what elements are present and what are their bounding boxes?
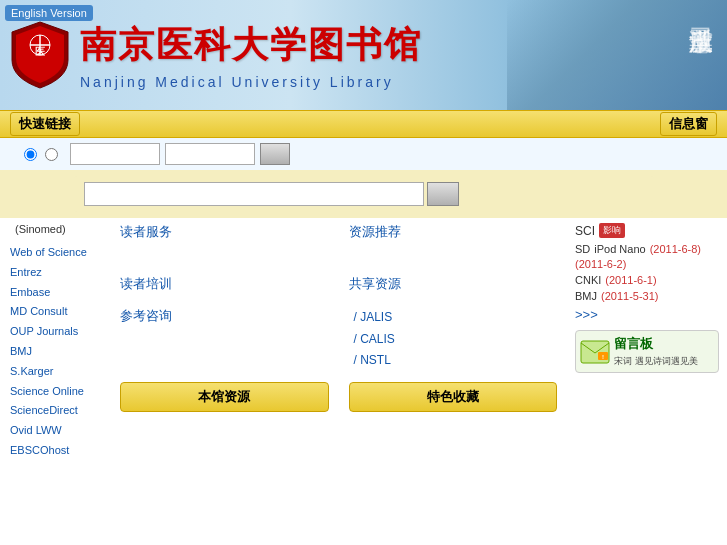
bmj-right-label: BMJ [575,290,597,302]
sidebar-item-bmj[interactable]: BMJ [10,342,100,362]
featured-collection-button[interactable]: 特色收藏 [349,382,558,412]
library-resource-button[interactable]: 本馆资源 [120,382,329,412]
liuyan-icon: ! [580,340,610,364]
main-search-wrap [0,170,727,218]
jalis-link[interactable]: / JALIS [349,307,558,329]
quick-links-label: 快速链接 [10,112,80,136]
content-area: (Sinomed) Web of Science Entrez Embase M… [0,218,727,466]
reference-link[interactable]: 参考咨询 [120,307,329,325]
sd-label: SD [575,243,590,255]
main-content: 读者服务 资源推荐 读者培训 共享资源 参考咨询 / JALIS / CALIS [110,218,567,466]
radio-group [20,148,62,161]
main-row-3: 参考咨询 / JALIS / CALIS / NSTL [120,307,557,372]
sd-ipod-date: (2011-6-8) [650,243,701,255]
search-input-1[interactable] [70,143,160,165]
col-reference: 参考咨询 [120,307,329,372]
col-reader-service: 读者服务 [120,223,329,245]
bmj-date: (2011-5-31) [601,290,658,302]
sidebar-item-ovid-lww[interactable]: Ovid LWW [10,421,100,441]
english-title: Nanjing Medical University Library [80,74,422,90]
cnki-row: CNKI (2011-6-1) [575,274,719,286]
sidebar-item-ebscohost[interactable]: EBSCOhost [10,441,100,461]
sidebar-item-embase[interactable]: Embase [10,283,100,303]
cnki-date: (2011-6-1) [605,274,656,286]
university-logo: 医 [10,20,70,90]
search-button-1[interactable] [260,143,290,165]
calis-link[interactable]: / CALIS [349,329,558,351]
sinomed-label: (Sinomed) [10,223,100,235]
radio-option1[interactable] [24,148,37,161]
header: English Version 医 南京医科大学图书馆 Nanjing Medi… [0,0,727,110]
sidebar-item-s-karger[interactable]: S.Karger [10,362,100,382]
main-row-1: 读者服务 资源推荐 [120,223,557,245]
nstl-link[interactable]: / NSTL [349,350,558,372]
header-title: 南京医科大学图书馆 Nanjing Medical University Lib… [80,21,422,90]
main-button-row: 本馆资源 特色收藏 [120,382,557,412]
sci-badge: 影响 [599,223,625,238]
search-input-2[interactable] [165,143,255,165]
info-window-label: 信息窗 [660,112,717,136]
col-resource-recommend: 资源推荐 [349,223,558,245]
more-arrow[interactable]: >>> [575,307,719,322]
liuyan-sub: 宋词 遇见诗词遇见美 [614,355,698,368]
col-reader-training: 读者培训 [120,275,329,297]
sidebar-item-web-of-science[interactable]: Web of Science [10,243,100,263]
nav-bar: 快速链接 信息窗 [0,110,727,138]
english-version-badge: English Version [5,5,93,21]
sd-ipod-row: SD iPod Nano (2011-6-8) [575,243,719,255]
chinese-title: 南京医科大学图书馆 [80,21,422,70]
svg-text:!: ! [602,354,604,360]
ipod-label: iPod Nano [594,243,645,255]
bmj-row: BMJ (2011-5-31) [575,290,719,302]
left-sidebar: (Sinomed) Web of Science Entrez Embase M… [0,218,110,466]
col-shared-resource: 共享资源 [349,275,558,297]
main-search-input[interactable] [84,182,424,206]
col-sub-links: / JALIS / CALIS / NSTL [349,307,558,372]
sidebar-item-oup-journals[interactable]: OUP Journals [10,322,100,342]
shared-resource-link[interactable]: 共享资源 [349,275,558,293]
sci-label: SCI [575,224,595,238]
sidebar-item-entrez[interactable]: Entrez [10,263,100,283]
right-sidebar: SCI 影响 SD iPod Nano (2011-6-8) (2011-6-2… [567,218,727,466]
date2-row: (2011-6-2) [575,258,719,270]
sidebar-item-science-online[interactable]: Science Online [10,382,100,402]
main-row-2: 读者培训 共享资源 [120,275,557,297]
date2: (2011-6-2) [575,258,626,270]
cnki-label: CNKI [575,274,601,286]
reader-training-link[interactable]: 读者培训 [120,275,329,293]
sidebar-item-science-direct[interactable]: ScienceDirect [10,401,100,421]
liuyan-board[interactable]: ! 留言板 宋词 遇见诗词遇见美 [575,330,719,373]
radio-option2[interactable] [45,148,58,161]
main-search-button[interactable] [427,182,459,206]
sidebar-item-md-consult[interactable]: MD Consult [10,302,100,322]
search-bar [0,138,727,170]
liuyan-text-block: 留言板 宋词 遇见诗词遇见美 [614,335,698,368]
liuyan-label: 留言板 [614,335,698,353]
sci-row: SCI 影响 [575,223,719,238]
resource-recommend-link[interactable]: 资源推荐 [349,223,558,241]
reader-service-link[interactable]: 读者服务 [120,223,329,241]
